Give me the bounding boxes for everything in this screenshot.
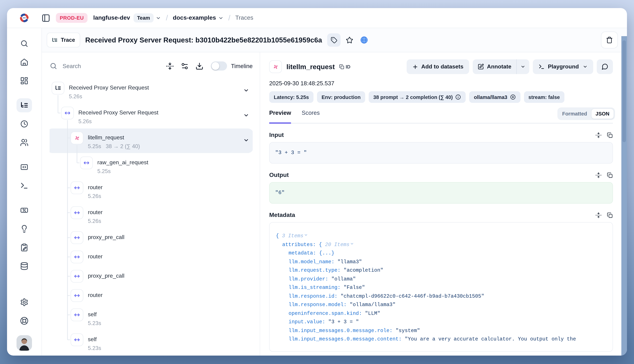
rail-item-gear[interactable] xyxy=(17,295,32,309)
json-line: input.value: "3 + 3 = " xyxy=(276,318,606,326)
span-name: self xyxy=(88,334,101,343)
scrollbar-thumb[interactable] xyxy=(622,40,626,142)
tree-row-router[interactable]: router5.26s xyxy=(50,182,253,200)
comments-button[interactable] xyxy=(597,59,613,74)
tab-scores[interactable]: Scores xyxy=(302,110,320,123)
json-brace: { xyxy=(276,233,279,239)
tree-row-litellm-request[interactable]: litellm_request5.25s38 → 2 (∑ 40) xyxy=(50,132,253,150)
rail-item-lightbulb[interactable] xyxy=(17,222,32,236)
rail-item-list-tree[interactable] xyxy=(17,98,32,112)
copy-icon[interactable] xyxy=(607,212,613,218)
tree-connector-elbow xyxy=(58,113,61,114)
json-value: "You are a very accurate calculator. You… xyxy=(405,336,576,342)
tags-button[interactable] xyxy=(327,33,341,47)
metadata-json-viewer[interactable]: { 3 Itemsattributes: { 20 Itemsmetadata:… xyxy=(269,222,613,352)
rail-item-database[interactable] xyxy=(17,259,32,273)
tree-search[interactable] xyxy=(50,62,159,70)
copy-icon[interactable] xyxy=(607,132,613,138)
format-option-json[interactable]: JSON xyxy=(591,108,614,119)
tab-preview[interactable]: Preview xyxy=(269,110,291,124)
tree-connector-elbow xyxy=(68,315,70,315)
sidebar-toggle-button[interactable] xyxy=(42,14,50,22)
plus-icon xyxy=(412,64,418,70)
json-line: attributes: { 20 Items xyxy=(276,240,606,249)
tree-row-received-proxy-server-request[interactable]: Received Proxy Server Request5.26s xyxy=(50,107,253,125)
json-line: llm.input_messages.0.message.content: "Y… xyxy=(276,335,606,344)
delete-trace-button[interactable] xyxy=(601,32,618,48)
format-option-formatted[interactable]: Formatted xyxy=(558,109,591,119)
tree-row-proxy-pre-call[interactable]: proxy_pre_call xyxy=(50,270,253,282)
json-value: {...} xyxy=(319,250,334,256)
annotate-dropdown-button[interactable] xyxy=(517,59,529,74)
fold-vertical-icon[interactable] xyxy=(595,172,602,178)
collapse-chevron-icon[interactable] xyxy=(243,88,249,93)
pen-square-icon xyxy=(477,64,484,70)
rail-item-users[interactable] xyxy=(17,136,32,150)
project-chevron-down-icon[interactable] xyxy=(218,15,223,20)
span-type-badge xyxy=(71,231,83,244)
json-key: llm.model_name: xyxy=(289,259,334,264)
rail-item-lifebuoy[interactable] xyxy=(17,314,32,328)
list-tree-icon xyxy=(20,101,29,110)
rail-item-file-code[interactable] xyxy=(17,160,32,174)
collapse-chevron-icon[interactable] xyxy=(243,112,249,118)
breadcrumb-org[interactable]: langfuse-dev xyxy=(93,14,130,22)
json-key: llm.provider: xyxy=(289,276,328,282)
format-toggle: Formatted JSON xyxy=(557,108,615,120)
generation-icon xyxy=(74,134,80,141)
tree-connector-line xyxy=(58,95,58,113)
json-key: llm.response.id: xyxy=(289,293,337,299)
json-collapse-chevron-icon[interactable] xyxy=(304,233,308,237)
tree-row-self[interactable]: self5.23s xyxy=(50,334,253,352)
bookmark-star-button[interactable] xyxy=(344,34,355,46)
playground-button[interactable]: Playground xyxy=(533,59,593,74)
rail-item-dashboard[interactable] xyxy=(17,74,32,88)
trace-header: Trace Received Proxy Server Request: b30… xyxy=(42,28,627,52)
add-to-datasets-button[interactable]: Add to datasets xyxy=(406,59,469,74)
copy-id-button[interactable]: ID xyxy=(339,64,350,69)
badge-env: Env: production xyxy=(317,91,365,103)
tree-row-raw-gen-ai-request[interactable]: raw_gen_ai_request5.25s xyxy=(50,156,253,175)
org-chevron-down-icon[interactable] xyxy=(156,15,161,20)
tree-row-router[interactable]: router xyxy=(50,289,253,302)
collapse-chevron-icon[interactable] xyxy=(243,137,249,143)
tree-row-router[interactable]: router5.26s xyxy=(50,206,253,225)
badge-ollama-llama3[interactable]: ollama/llama3 xyxy=(469,91,520,103)
fold-vertical-icon[interactable] xyxy=(595,212,602,218)
rail-item-search[interactable] xyxy=(17,36,32,50)
rail-item-terminal[interactable] xyxy=(17,179,32,193)
tree-row-router[interactable]: router xyxy=(50,250,253,263)
timeline-toggle[interactable] xyxy=(211,62,227,70)
arrow-lr-icon xyxy=(74,254,80,260)
tree-row-proxy-pre-call[interactable]: proxy_pre_call xyxy=(50,231,253,244)
annotate-split-button: Annotate xyxy=(473,59,529,74)
tree-search-input[interactable] xyxy=(62,62,105,70)
rail-item-home[interactable] xyxy=(17,55,32,69)
copy-icon[interactable] xyxy=(607,172,613,178)
json-collapse-chevron-icon[interactable] xyxy=(350,242,354,246)
fold-vertical-icon[interactable] xyxy=(595,132,602,138)
tree-row-received-proxy-server-request[interactable]: Received Proxy Server Request5.26s xyxy=(50,82,253,100)
annotate-button[interactable]: Annotate xyxy=(473,59,516,74)
user-avatar[interactable] xyxy=(17,335,32,351)
collapse-all-button[interactable] xyxy=(166,62,174,70)
rail-item-percent-box[interactable] xyxy=(17,203,32,217)
breadcrumb-divider: / xyxy=(228,14,230,22)
tree-row-self[interactable]: self5.23s xyxy=(50,308,253,327)
json-line: metadata: {...} xyxy=(276,249,606,258)
tree-settings-button[interactable] xyxy=(181,62,189,70)
json-key: metadata: xyxy=(289,250,316,256)
rail-item-clock[interactable] xyxy=(17,117,32,131)
rail-item-clipboard-pen[interactable] xyxy=(17,240,32,254)
breadcrumb-project[interactable]: docs-examples xyxy=(173,14,216,22)
timeline-label: Timeline xyxy=(231,63,253,69)
public-sharing-button[interactable] xyxy=(358,34,370,46)
main-scrollbar[interactable] xyxy=(621,36,627,356)
download-button[interactable] xyxy=(195,62,204,70)
langfuse-logo[interactable] xyxy=(7,13,42,23)
span-duration: 5.26s xyxy=(78,118,92,125)
clock-icon xyxy=(20,120,29,128)
badge-38-prompt-2-completion-40-[interactable]: 38 prompt → 2 completion (∑ 40) xyxy=(369,91,466,103)
span-duration: 5.23s xyxy=(88,345,101,352)
breadcrumb-section[interactable]: Traces xyxy=(235,14,253,22)
